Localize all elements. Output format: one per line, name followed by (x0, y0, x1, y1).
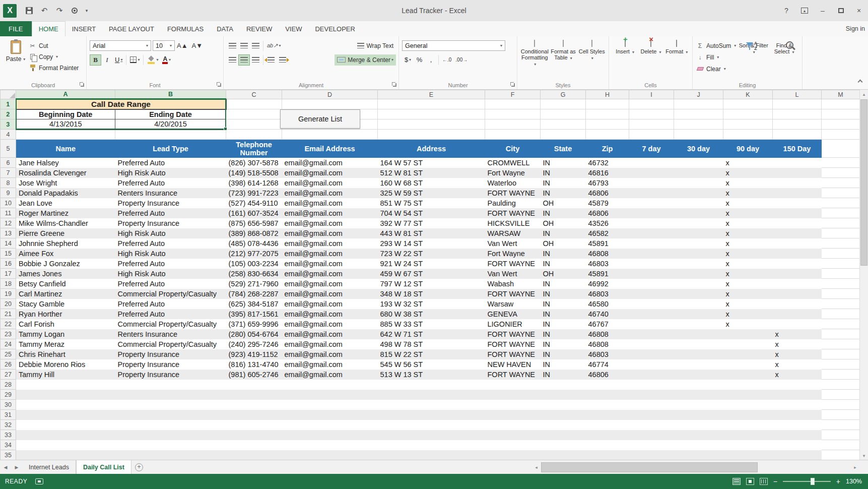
cell-G6[interactable]: IN (541, 158, 586, 168)
cell-E29[interactable] (378, 390, 485, 400)
underline-button[interactable]: U▾ (113, 54, 124, 66)
cell-C31[interactable] (226, 410, 282, 420)
cell-C24[interactable]: (240) 295-7246 (226, 339, 282, 349)
cell-K32[interactable] (723, 420, 773, 430)
cell-H32[interactable] (586, 420, 629, 430)
row-header-19[interactable]: 19 (1, 289, 16, 299)
cell-H9[interactable]: 46806 (586, 188, 629, 198)
cell-A6[interactable]: Jane Halsey (16, 158, 115, 168)
row-header-20[interactable]: 20 (1, 299, 16, 309)
sort-filter-button[interactable]: AZ Sort & Filter ▾ (738, 38, 769, 80)
cell-C27[interactable]: (981) 605-2746 (226, 370, 282, 380)
cell-F22[interactable]: LIGONIER (485, 319, 541, 329)
cell-E23[interactable]: 642 W 71 ST (378, 329, 485, 339)
cell-L24[interactable]: x (773, 339, 822, 349)
row-header-15[interactable]: 15 (1, 249, 16, 259)
cell-G18[interactable]: IN (541, 279, 586, 289)
cell-F9[interactable]: FORT WAYNE (485, 188, 541, 198)
cell-A11[interactable]: Roger Martinez (16, 208, 115, 218)
macro-record-icon[interactable] (35, 478, 43, 484)
align-left-button[interactable] (227, 54, 238, 66)
cell-G7[interactable]: IN (541, 168, 586, 178)
cell-B34[interactable] (115, 440, 226, 450)
cell-I8[interactable] (629, 178, 674, 188)
zoom-in-button[interactable]: + (836, 477, 840, 485)
cell-J12[interactable] (674, 218, 723, 228)
cell-G25[interactable]: IN (541, 349, 586, 359)
cell-E9[interactable]: 325 W 59 ST (378, 188, 485, 198)
cell-D16[interactable]: email@gmail.com (282, 259, 378, 269)
cell-F26[interactable]: NEW HAVEN (485, 359, 541, 370)
cell-L6[interactable] (773, 158, 822, 168)
vertical-scrollbar[interactable]: ▴ ▾ (859, 90, 868, 460)
cell-L21[interactable] (773, 309, 822, 319)
cell-G30[interactable] (541, 400, 586, 410)
cell-I21[interactable] (629, 309, 674, 319)
cell-F35[interactable] (485, 450, 541, 460)
cell-L9[interactable] (773, 188, 822, 198)
collapse-ribbon-button[interactable] (856, 80, 864, 86)
cell-K21[interactable]: x (723, 309, 773, 319)
row-header-17[interactable]: 17 (1, 269, 16, 279)
cell-J24[interactable] (674, 339, 723, 349)
font-color-button[interactable]: A▾ (160, 54, 173, 66)
cell-K9[interactable]: x (723, 188, 773, 198)
cell-L35[interactable] (773, 450, 822, 460)
cell-I34[interactable] (629, 440, 674, 450)
cell-J29[interactable] (674, 390, 723, 400)
cell-H18[interactable]: 46992 (586, 279, 629, 289)
cell-G1[interactable] (541, 99, 586, 109)
cell-K18[interactable]: x (723, 279, 773, 289)
cell-G24[interactable]: IN (541, 339, 586, 349)
cell-K3[interactable] (723, 119, 773, 130)
cell-B27[interactable]: Property Insurance (115, 370, 226, 380)
cell-J30[interactable] (674, 400, 723, 410)
row-header-1[interactable]: 1 (1, 99, 16, 109)
cell-M13[interactable] (822, 228, 860, 238)
cell-G27[interactable]: IN (541, 370, 586, 380)
cell-I2[interactable] (629, 109, 674, 119)
wrap-text-button[interactable]: Wrap Text (355, 40, 396, 51)
cell-M30[interactable] (822, 400, 860, 410)
cell-C35[interactable] (226, 450, 282, 460)
cell-I15[interactable] (629, 249, 674, 259)
font-size-select[interactable]: 10▾ (153, 40, 175, 51)
cell-B25[interactable]: Property Insurance (115, 349, 226, 359)
cell-H25[interactable]: 46803 (586, 349, 629, 359)
cell-B18[interactable]: Preferred Auto (115, 279, 226, 289)
cell-styles-button[interactable]: Cell Styles ▾ (577, 38, 606, 80)
cell-C23[interactable]: (280) 054-6764 (226, 329, 282, 339)
cell-J7[interactable] (674, 168, 723, 178)
cell-M19[interactable] (822, 289, 860, 299)
row-header-4[interactable]: 4 (1, 130, 16, 140)
cell-F21[interactable]: GENEVA (485, 309, 541, 319)
row-header-21[interactable]: 21 (1, 309, 16, 319)
cell-M17[interactable] (822, 269, 860, 279)
cell-J6[interactable] (674, 158, 723, 168)
row-header-3[interactable]: 3 (1, 119, 16, 130)
cell-F18[interactable]: Wabash (485, 279, 541, 289)
cell-F13[interactable]: WARSAW (485, 228, 541, 238)
cell-H28[interactable] (586, 380, 629, 390)
cell-F24[interactable]: FORT WAYNE (485, 339, 541, 349)
cell-J1[interactable] (674, 99, 723, 109)
cell-L12[interactable] (773, 218, 822, 228)
cell-K10[interactable]: x (723, 198, 773, 208)
cell-A3[interactable]: 4/13/2015 (16, 119, 115, 130)
cell-E11[interactable]: 704 W 54 ST (378, 208, 485, 218)
cell-K16[interactable]: x (723, 259, 773, 269)
cell-H20[interactable]: 46580 (586, 299, 629, 309)
cell-C26[interactable]: (816) 131-4740 (226, 359, 282, 370)
cell-H8[interactable]: 46793 (586, 178, 629, 188)
ribbon-tab-data[interactable]: DATA (210, 21, 240, 36)
cell-I26[interactable] (629, 359, 674, 370)
cell-M10[interactable] (822, 198, 860, 208)
row-header-24[interactable]: 24 (1, 339, 16, 349)
cell-F34[interactable] (485, 440, 541, 450)
cell-G9[interactable]: IN (541, 188, 586, 198)
cell-C9[interactable]: (723) 991-7223 (226, 188, 282, 198)
cell-F23[interactable]: FORT WAYNE (485, 329, 541, 339)
cell-H23[interactable]: 46808 (586, 329, 629, 339)
cell-K14[interactable]: x (723, 238, 773, 249)
cell-B33[interactable] (115, 430, 226, 440)
